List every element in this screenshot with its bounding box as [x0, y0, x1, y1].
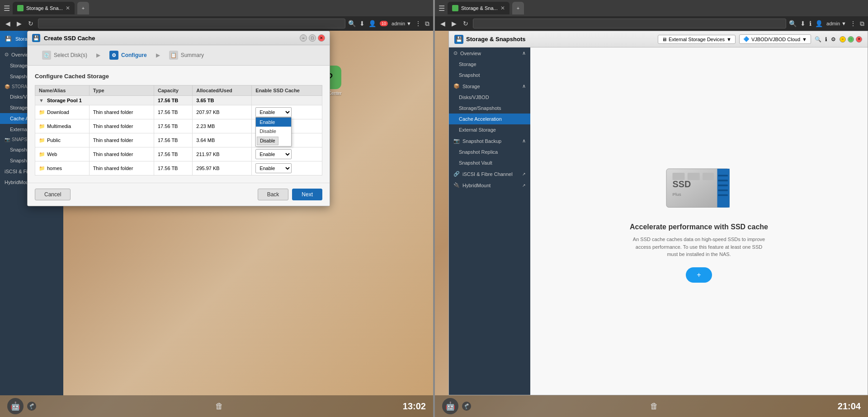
dialog-content: Configure Cached Storage Name/Alias Type…: [28, 66, 330, 183]
right-sidebar-external-storage[interactable]: External Storage: [449, 124, 530, 135]
left-new-tab[interactable]: +: [77, 2, 89, 14]
right-refresh-btn[interactable]: ↻: [461, 19, 470, 28]
right-hamburger-icon[interactable]: ☰: [439, 4, 445, 13]
enable-dropdown-download[interactable]: Enable Disable: [255, 107, 292, 117]
left-taskbar: 🤖 🦿 🗑 13:02: [0, 395, 433, 417]
right-help-icon[interactable]: ℹ: [809, 20, 811, 27]
right-sidebar-snapshot-replica[interactable]: Snapshot Replica: [449, 147, 530, 157]
right-taskbar-trash[interactable]: 🗑: [650, 402, 658, 411]
svg-text:Plus: Plus: [673, 192, 681, 197]
row-enable-web: Enable Disable: [252, 147, 322, 161]
add-icon: +: [697, 271, 701, 279]
right-browser-tab[interactable]: Storage & Sna... ✕: [448, 2, 509, 14]
wizard-step-configure[interactable]: ⚙ Configure: [102, 49, 154, 62]
folder-icon-web: 📁: [39, 152, 45, 157]
row-type-web: Thin shared folder: [89, 147, 154, 161]
right-user-btn[interactable]: admin ▼: [826, 21, 846, 26]
left-refresh-btn[interactable]: ↻: [26, 19, 35, 28]
right-sidebar-snapshot-backup[interactable]: 📷 Snapshot Backup ∧: [449, 135, 530, 147]
row-allocated-web: 211.97 KB: [193, 147, 252, 161]
wizard-step-select-disks-icon: 💿: [42, 51, 51, 60]
right-sidebar-cache-acceleration[interactable]: Cache Acceleration: [449, 114, 530, 124]
row-type-homes: Thin shared folder: [89, 161, 154, 175]
left-tab-close[interactable]: ✕: [66, 5, 70, 11]
folder-icon-download: 📁: [39, 109, 45, 115]
left-search-icon[interactable]: 🔍: [348, 20, 356, 27]
group-name: ▼ Storage Pool 1: [35, 96, 154, 105]
right-search-app-icon[interactable]: 🔍: [815, 36, 821, 43]
right-sidebar-hybridmount[interactable]: 🔌 HybridMount ↗: [449, 180, 530, 191]
right-sidebar-overview-icon: ⊙: [453, 50, 458, 56]
accel-desc: An SSD cache caches data on high-speed S…: [631, 236, 767, 258]
left-user-btn[interactable]: admin ▼: [392, 21, 411, 26]
right-help-app-icon[interactable]: ℹ: [825, 36, 827, 43]
enable-dropdown-homes[interactable]: Enable Disable: [255, 163, 292, 173]
dialog-close-btn[interactable]: ✕: [318, 34, 325, 42]
right-sidebar-snapshot-sub[interactable]: Snapshot: [449, 70, 530, 81]
right-vjbod-chevron: ▼: [802, 37, 807, 42]
right-more-icon[interactable]: ⋮: [850, 20, 856, 27]
right-download-icon[interactable]: ⬇: [800, 20, 806, 27]
right-taskbar-robot[interactable]: 🤖: [442, 398, 458, 414]
right-window-icon[interactable]: ⧉: [860, 20, 864, 28]
left-tab-label: Storage & Sna...: [26, 5, 63, 11]
right-search-icon[interactable]: 🔍: [789, 20, 797, 27]
folder-icon-multimedia: 📁: [39, 123, 45, 129]
left-forward-btn[interactable]: ▶: [15, 19, 24, 28]
left-window-icon[interactable]: ⧉: [425, 20, 429, 28]
right-sidebar-iscsi[interactable]: 🔗 iSCSI & Fibre Channel ↗: [449, 168, 530, 180]
dialog-maximize-btn[interactable]: □: [309, 34, 316, 42]
left-taskbar-robot[interactable]: 🤖: [7, 398, 24, 414]
right-taskbar-robot2[interactable]: 🦿: [462, 402, 471, 411]
right-taskbar-time: 21:04: [838, 401, 861, 412]
right-sidebar-snapshot-vault[interactable]: Snapshot Vault: [449, 157, 530, 168]
right-sidebar-storage-sub[interactable]: Storage: [449, 59, 530, 70]
right-forward-btn[interactable]: ▶: [450, 19, 458, 28]
wizard-steps: 💿 Select Disk(s) ▶ ⚙ Configure ▶ 📋 Summa…: [28, 45, 330, 66]
dropdown-option-enable[interactable]: Enable: [256, 118, 291, 127]
right-vjbod-dropdown[interactable]: 🔷 VJBOD/VJBOD Cloud ▼: [739, 34, 811, 44]
right-account-icon[interactable]: 👤: [815, 20, 823, 27]
add-ssd-cache-button[interactable]: +: [686, 267, 712, 283]
right-address-bar[interactable]: [473, 19, 786, 28]
col-type: Type: [89, 85, 154, 96]
row-enable-homes: Enable Disable: [252, 161, 322, 175]
left-account-icon[interactable]: 👤: [368, 20, 376, 27]
back-button[interactable]: Back: [258, 189, 289, 200]
right-sidebar-storage-snapshots[interactable]: Storage/Snapshots: [449, 103, 530, 114]
left-back-btn[interactable]: ◀: [4, 19, 12, 28]
right-main-content: SSD Plus Accelerate performance with SSD…: [530, 47, 868, 395]
left-tab-favicon: [17, 5, 24, 11]
col-name: Name/Alias: [35, 85, 90, 96]
next-button[interactable]: Next: [292, 189, 322, 200]
right-win-maximize[interactable]: □: [848, 36, 854, 43]
right-back-btn[interactable]: ◀: [439, 19, 447, 28]
dialog-minimize-btn[interactable]: −: [300, 34, 307, 42]
right-external-storage-dropdown[interactable]: 🖥 External Storage Devices ▼: [658, 35, 736, 44]
right-sidebar-overview[interactable]: ⊙ Overview ∧: [449, 47, 530, 59]
right-tab-favicon: [452, 5, 458, 11]
dialog-footer: Cancel Back Next: [28, 183, 330, 206]
dropdown-disable-btn[interactable]: Disable: [257, 137, 278, 145]
wizard-step-select-disks[interactable]: 💿 Select Disk(s): [35, 49, 94, 62]
cancel-button[interactable]: Cancel: [35, 189, 71, 200]
left-browser-tab[interactable]: Storage & Sna... ✕: [13, 2, 75, 14]
right-sidebar-disks-vjbod[interactable]: Disks/VJBOD: [449, 92, 530, 103]
left-address-bar[interactable]: [38, 19, 345, 28]
right-new-tab[interactable]: +: [512, 2, 524, 14]
left-download-icon[interactable]: ⬇: [359, 20, 365, 27]
left-taskbar-robot2[interactable]: 🦿: [27, 402, 36, 411]
right-win-close[interactable]: ✕: [856, 36, 862, 43]
right-settings-app-icon[interactable]: ⚙: [831, 36, 836, 43]
left-more-icon[interactable]: ⋮: [415, 20, 421, 27]
wizard-step-summary[interactable]: 📋 Summary: [162, 49, 211, 62]
right-win-minimize[interactable]: −: [840, 36, 846, 43]
dropdown-option-disable-item[interactable]: Disable: [256, 127, 291, 136]
left-taskbar-trash[interactable]: 🗑: [215, 402, 223, 411]
right-sidebar-storage-section[interactable]: 📦 Storage ∧: [449, 81, 530, 92]
left-notification-badge[interactable]: 10: [380, 21, 388, 26]
right-tab-close[interactable]: ✕: [500, 5, 505, 11]
enable-dropdown-web[interactable]: Enable Disable: [255, 149, 292, 159]
right-win-controls: − □ ✕: [840, 36, 862, 43]
left-hamburger-icon[interactable]: ☰: [4, 4, 10, 13]
